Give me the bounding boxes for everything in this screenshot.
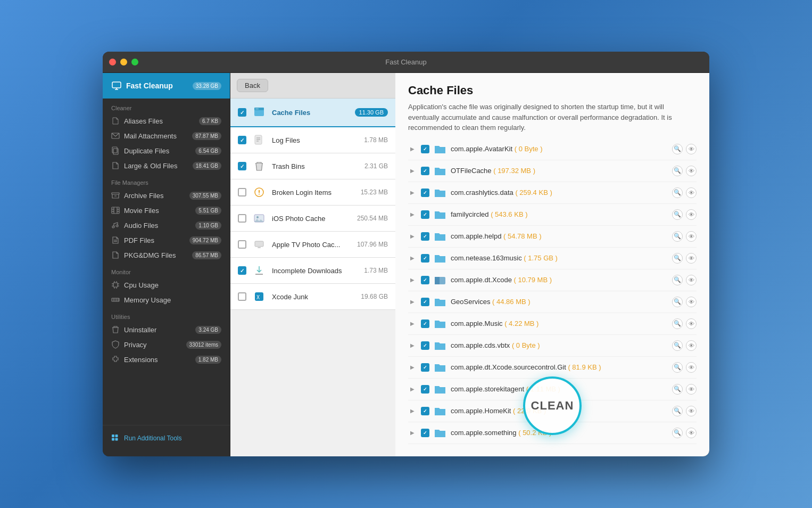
puzzle-icon	[111, 355, 120, 364]
sidebar-item-movie[interactable]: Movie Files 5.51 GB	[103, 203, 230, 218]
cache-files-active-item[interactable]: Cache Files 11.30 GB	[230, 99, 395, 127]
file-check-8[interactable]	[421, 319, 429, 328]
expand-arrow-12[interactable]: ▶	[408, 407, 417, 415]
eye-btn-2[interactable]: 👁	[686, 187, 697, 198]
sidebar-item-uninstaller[interactable]: Uninstaller 3.24 GB	[103, 322, 230, 337]
ios-photo-check[interactable]	[238, 214, 246, 223]
file-check-9[interactable]	[421, 341, 429, 350]
file-check-7[interactable]	[421, 298, 429, 306]
log-check[interactable]	[238, 136, 246, 144]
sidebar-item-aliases[interactable]: Aliases Files 6.7 KB	[103, 113, 230, 128]
list-item-xcode[interactable]: X Xcode Junk 19.68 GB	[230, 284, 395, 310]
file-check-3[interactable]	[421, 210, 429, 219]
sidebar-item-privacy[interactable]: Privacy 33012 items	[103, 337, 230, 352]
search-btn-11[interactable]: 🔍	[672, 384, 683, 395]
search-btn-1[interactable]: 🔍	[672, 166, 683, 176]
search-btn-5[interactable]: 🔍	[672, 253, 683, 264]
file-check-0[interactable]	[421, 145, 429, 153]
search-btn-3[interactable]: 🔍	[672, 209, 683, 220]
expand-arrow-7[interactable]: ▶	[408, 298, 417, 306]
sidebar-item-pdf[interactable]: PDF Files 904.72 MB	[103, 233, 230, 248]
file-check-1[interactable]	[421, 167, 429, 175]
search-btn-6[interactable]: 🔍	[672, 275, 683, 285]
search-btn-13[interactable]: 🔍	[672, 428, 683, 438]
xcode-check[interactable]	[238, 292, 246, 301]
cache-files-check[interactable]	[238, 108, 246, 117]
eye-btn-4[interactable]: 👁	[686, 231, 697, 242]
file-check-6[interactable]	[421, 276, 429, 284]
list-item-ios-photo[interactable]: iOS Photo Cache 250.54 MB	[230, 206, 395, 232]
log-name: Log Files	[272, 136, 359, 144]
list-item-broken-login[interactable]: Broken Login Items 15.23 MB	[230, 179, 395, 206]
expand-arrow-1[interactable]: ▶	[408, 167, 417, 175]
list-item-downloads[interactable]: Incomplete Downloads 1.73 MB	[230, 258, 395, 284]
sidebar-item-pkg[interactable]: PKG&DMG Files 86.57 MB	[103, 248, 230, 263]
eye-btn-7[interactable]: 👁	[686, 297, 697, 307]
folder-icon-13	[434, 427, 446, 439]
clean-button[interactable]: CLEAN	[523, 376, 582, 435]
expand-arrow-8[interactable]: ▶	[408, 319, 417, 328]
svg-rect-33	[112, 435, 114, 437]
list-item-trash[interactable]: Trash Bins 2.31 GB	[230, 153, 395, 179]
minimize-button[interactable]	[120, 59, 127, 65]
expand-arrow-3[interactable]: ▶	[408, 210, 417, 219]
file-check-10[interactable]	[421, 363, 429, 372]
eye-btn-0[interactable]: 👁	[686, 144, 697, 154]
downloads-check[interactable]	[238, 266, 246, 275]
maximize-button[interactable]	[131, 59, 138, 65]
eye-btn-9[interactable]: 👁	[686, 340, 697, 351]
eye-btn-12[interactable]: 👁	[686, 406, 697, 416]
list-item-appletv[interactable]: Apple TV Photo Cac... 107.96 MB	[230, 232, 395, 258]
file-check-13[interactable]	[421, 429, 429, 437]
sidebar-item-archive[interactable]: Archive Files 307.55 MB	[103, 188, 230, 203]
close-button[interactable]	[109, 59, 116, 65]
sidebar-item-large-old[interactable]: Large & Old Files 18.41 GB	[103, 158, 230, 173]
sidebar-item-duplicates[interactable]: Duplicate Files 6.54 GB	[103, 143, 230, 158]
expand-arrow-0[interactable]: ▶	[408, 145, 417, 153]
list-item-log[interactable]: Log Files 1.78 MB	[230, 127, 395, 153]
search-btn-10[interactable]: 🔍	[672, 362, 683, 373]
search-btn-12[interactable]: 🔍	[672, 406, 683, 416]
eye-btn-5[interactable]: 👁	[686, 253, 697, 264]
sidebar-header[interactable]: Fast Cleanup 33.28 GB	[103, 73, 230, 99]
eye-btn-8[interactable]: 👁	[686, 318, 697, 329]
sidebar-item-memory[interactable]: Memory Usage	[103, 292, 230, 307]
expand-arrow-5[interactable]: ▶	[408, 254, 417, 263]
search-btn-0[interactable]: 🔍	[672, 144, 683, 154]
expand-arrow-10[interactable]: ▶	[408, 363, 417, 372]
file-check-2[interactable]	[421, 189, 429, 197]
svg-rect-0	[112, 82, 121, 88]
file-check-11[interactable]	[421, 385, 429, 394]
eye-btn-1[interactable]: 👁	[686, 166, 697, 176]
sidebar-item-cpu[interactable]: Cpu Usage	[103, 277, 230, 292]
back-button[interactable]: Back	[237, 79, 268, 92]
eye-btn-11[interactable]: 👁	[686, 384, 697, 395]
eye-btn-6[interactable]: 👁	[686, 275, 697, 285]
file-check-12[interactable]	[421, 407, 429, 415]
search-btn-8[interactable]: 🔍	[672, 318, 683, 329]
trash-check[interactable]	[238, 162, 246, 170]
expand-arrow-13[interactable]: ▶	[408, 429, 417, 437]
run-additional-tools[interactable]: Run Additional Tools	[103, 425, 230, 451]
eye-btn-13[interactable]: 👁	[686, 428, 697, 438]
eye-btn-10[interactable]: 👁	[686, 362, 697, 373]
search-btn-4[interactable]: 🔍	[672, 231, 683, 242]
appletv-check[interactable]	[238, 240, 246, 249]
expand-arrow-2[interactable]: ▶	[408, 189, 417, 197]
expand-arrow-4[interactable]: ▶	[408, 232, 417, 241]
broken-login-check[interactable]	[238, 188, 246, 196]
search-btn-7[interactable]: 🔍	[672, 297, 683, 307]
file-check-5[interactable]	[421, 254, 429, 263]
sidebar-item-mail[interactable]: Mail Attachments 87.87 MB	[103, 128, 230, 143]
expand-arrow-6[interactable]: ▶	[408, 276, 417, 284]
table-row: ▶ OTFileCache ( 197.32 MB ) 🔍 👁	[408, 160, 697, 182]
expand-arrow-11[interactable]: ▶	[408, 385, 417, 394]
expand-arrow-9[interactable]: ▶	[408, 341, 417, 350]
file-check-4[interactable]	[421, 232, 429, 241]
eye-btn-3[interactable]: 👁	[686, 209, 697, 220]
search-btn-9[interactable]: 🔍	[672, 340, 683, 351]
sidebar-item-extensions[interactable]: Extensions 1.82 MB	[103, 352, 230, 367]
folder-icon-xcode	[434, 274, 446, 286]
search-btn-2[interactable]: 🔍	[672, 187, 683, 198]
sidebar-item-audio[interactable]: Audio Files 1.10 GB	[103, 218, 230, 233]
